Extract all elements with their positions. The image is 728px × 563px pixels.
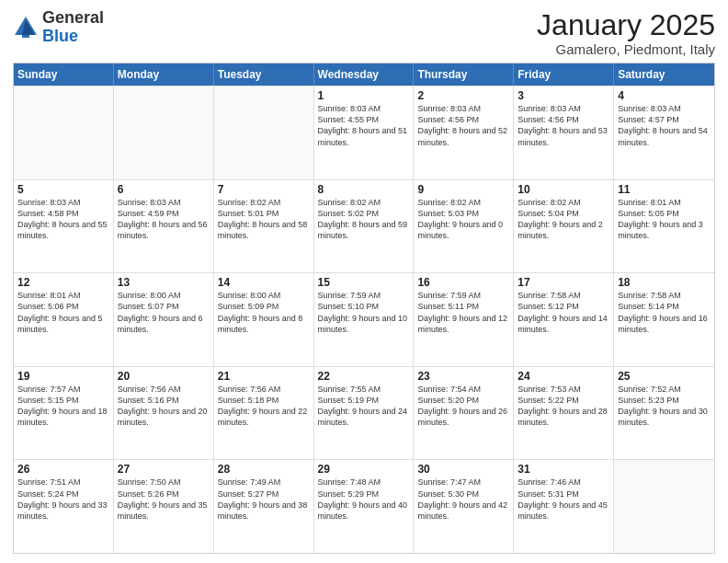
cell-w3-d1: 12Sunrise: 8:01 AM Sunset: 5:06 PM Dayli… [14, 273, 114, 366]
cell-w2-d6: 10Sunrise: 8:02 AM Sunset: 5:04 PM Dayli… [514, 180, 614, 273]
cell-w4-d7: 25Sunrise: 7:52 AM Sunset: 5:23 PM Dayli… [614, 367, 714, 460]
day-info: Sunrise: 8:02 AM Sunset: 5:02 PM Dayligh… [318, 197, 410, 242]
day-number: 21 [218, 370, 310, 383]
day-info: Sunrise: 8:00 AM Sunset: 5:09 PM Dayligh… [218, 290, 310, 335]
cell-w1-d4: 1Sunrise: 8:03 AM Sunset: 4:55 PM Daylig… [314, 86, 415, 179]
cell-w3-d6: 17Sunrise: 7:58 AM Sunset: 5:12 PM Dayli… [514, 273, 614, 366]
cell-w2-d3: 7Sunrise: 8:02 AM Sunset: 5:01 PM Daylig… [214, 180, 314, 273]
logo-text: General Blue [42, 9, 104, 46]
header-saturday: Saturday [614, 63, 714, 86]
header: General Blue January 2025 Gamalero, Pied… [13, 9, 715, 57]
header-thursday: Thursday [414, 63, 514, 86]
cell-w1-d2 [114, 86, 214, 179]
day-number: 16 [417, 276, 509, 289]
day-info: Sunrise: 8:01 AM Sunset: 5:06 PM Dayligh… [17, 290, 109, 335]
cell-w3-d2: 13Sunrise: 8:00 AM Sunset: 5:07 PM Dayli… [114, 273, 214, 366]
day-number: 15 [318, 276, 410, 289]
day-info: Sunrise: 7:57 AM Sunset: 5:15 PM Dayligh… [17, 384, 109, 429]
day-info: Sunrise: 7:53 AM Sunset: 5:22 PM Dayligh… [518, 384, 609, 429]
day-number: 8 [318, 183, 410, 196]
day-info: Sunrise: 7:56 AM Sunset: 5:16 PM Dayligh… [118, 384, 210, 429]
day-info: Sunrise: 7:51 AM Sunset: 5:24 PM Dayligh… [17, 477, 109, 522]
day-number: 4 [618, 89, 711, 102]
day-number: 23 [417, 370, 509, 383]
day-number: 1 [318, 89, 410, 102]
day-info: Sunrise: 8:03 AM Sunset: 4:56 PM Dayligh… [417, 103, 509, 148]
cell-w5-d6: 31Sunrise: 7:46 AM Sunset: 5:31 PM Dayli… [514, 460, 614, 553]
cell-w5-d4: 29Sunrise: 7:48 AM Sunset: 5:29 PM Dayli… [314, 460, 415, 553]
title-block: January 2025 Gamalero, Piedmont, Italy [537, 9, 715, 57]
week-3: 12Sunrise: 8:01 AM Sunset: 5:06 PM Dayli… [14, 272, 714, 366]
cell-w3-d7: 18Sunrise: 7:58 AM Sunset: 5:14 PM Dayli… [614, 273, 714, 366]
cell-w1-d7: 4Sunrise: 8:03 AM Sunset: 4:57 PM Daylig… [614, 86, 714, 179]
cell-w5-d5: 30Sunrise: 7:47 AM Sunset: 5:30 PM Dayli… [414, 460, 514, 553]
day-info: Sunrise: 8:02 AM Sunset: 5:01 PM Dayligh… [218, 197, 310, 242]
calendar-body: 1Sunrise: 8:03 AM Sunset: 4:55 PM Daylig… [14, 86, 714, 553]
day-info: Sunrise: 7:48 AM Sunset: 5:29 PM Dayligh… [318, 477, 410, 522]
calendar-title: January 2025 [537, 9, 715, 41]
day-number: 30 [417, 463, 509, 476]
cell-w5-d3: 28Sunrise: 7:49 AM Sunset: 5:27 PM Dayli… [214, 460, 314, 553]
day-number: 6 [118, 183, 210, 196]
day-info: Sunrise: 8:02 AM Sunset: 5:04 PM Dayligh… [518, 197, 609, 242]
day-number: 22 [318, 370, 410, 383]
day-info: Sunrise: 7:55 AM Sunset: 5:19 PM Dayligh… [318, 384, 410, 429]
day-info: Sunrise: 7:59 AM Sunset: 5:11 PM Dayligh… [417, 290, 509, 335]
week-4: 19Sunrise: 7:57 AM Sunset: 5:15 PM Dayli… [14, 366, 714, 460]
day-number: 12 [17, 276, 109, 289]
cell-w4-d4: 22Sunrise: 7:55 AM Sunset: 5:19 PM Dayli… [314, 367, 415, 460]
cell-w3-d4: 15Sunrise: 7:59 AM Sunset: 5:10 PM Dayli… [314, 273, 415, 366]
cell-w4-d3: 21Sunrise: 7:56 AM Sunset: 5:18 PM Dayli… [214, 367, 314, 460]
cell-w1-d6: 3Sunrise: 8:03 AM Sunset: 4:56 PM Daylig… [514, 86, 614, 179]
cell-w5-d2: 27Sunrise: 7:50 AM Sunset: 5:26 PM Dayli… [114, 460, 214, 553]
day-number: 25 [618, 370, 711, 383]
cell-w5-d7 [614, 460, 714, 553]
day-number: 17 [518, 276, 609, 289]
day-info: Sunrise: 8:02 AM Sunset: 5:03 PM Dayligh… [417, 197, 509, 242]
cell-w1-d3 [214, 86, 314, 179]
day-info: Sunrise: 7:46 AM Sunset: 5:31 PM Dayligh… [518, 477, 609, 522]
header-wednesday: Wednesday [314, 63, 415, 86]
cell-w4-d1: 19Sunrise: 7:57 AM Sunset: 5:15 PM Dayli… [14, 367, 114, 460]
day-number: 3 [518, 89, 609, 102]
day-info: Sunrise: 7:59 AM Sunset: 5:10 PM Dayligh… [318, 290, 410, 335]
cell-w2-d7: 11Sunrise: 8:01 AM Sunset: 5:05 PM Dayli… [614, 180, 714, 273]
calendar-subtitle: Gamalero, Piedmont, Italy [537, 41, 715, 57]
day-number: 19 [17, 370, 109, 383]
day-number: 7 [218, 183, 310, 196]
day-info: Sunrise: 7:52 AM Sunset: 5:23 PM Dayligh… [618, 384, 711, 429]
day-info: Sunrise: 7:54 AM Sunset: 5:20 PM Dayligh… [417, 384, 509, 429]
day-info: Sunrise: 8:00 AM Sunset: 5:07 PM Dayligh… [118, 290, 210, 335]
logo: General Blue [13, 9, 104, 46]
day-info: Sunrise: 7:49 AM Sunset: 5:27 PM Dayligh… [218, 477, 310, 522]
day-info: Sunrise: 7:58 AM Sunset: 5:14 PM Dayligh… [618, 290, 711, 335]
logo-general: General [42, 8, 104, 27]
day-number: 14 [218, 276, 310, 289]
day-info: Sunrise: 8:03 AM Sunset: 4:55 PM Dayligh… [318, 103, 410, 148]
day-number: 28 [218, 463, 310, 476]
svg-rect-2 [22, 35, 29, 38]
day-number: 26 [17, 463, 109, 476]
calendar-header: Sunday Monday Tuesday Wednesday Thursday… [14, 63, 714, 86]
day-info: Sunrise: 8:03 AM Sunset: 4:57 PM Dayligh… [618, 103, 711, 148]
day-info: Sunrise: 8:03 AM Sunset: 4:59 PM Dayligh… [118, 197, 210, 242]
day-info: Sunrise: 8:03 AM Sunset: 4:58 PM Dayligh… [17, 197, 109, 242]
day-number: 18 [618, 276, 711, 289]
cell-w4-d2: 20Sunrise: 7:56 AM Sunset: 5:16 PM Dayli… [114, 367, 214, 460]
week-1: 1Sunrise: 8:03 AM Sunset: 4:55 PM Daylig… [14, 86, 714, 179]
day-info: Sunrise: 8:01 AM Sunset: 5:05 PM Dayligh… [618, 197, 711, 242]
week-2: 5Sunrise: 8:03 AM Sunset: 4:58 PM Daylig… [14, 179, 714, 273]
logo-icon [13, 15, 39, 40]
day-info: Sunrise: 7:56 AM Sunset: 5:18 PM Dayligh… [218, 384, 310, 429]
day-info: Sunrise: 7:58 AM Sunset: 5:12 PM Dayligh… [518, 290, 609, 335]
day-info: Sunrise: 8:03 AM Sunset: 4:56 PM Dayligh… [518, 103, 609, 148]
week-5: 26Sunrise: 7:51 AM Sunset: 5:24 PM Dayli… [14, 459, 714, 553]
cell-w4-d6: 24Sunrise: 7:53 AM Sunset: 5:22 PM Dayli… [514, 367, 614, 460]
cell-w4-d5: 23Sunrise: 7:54 AM Sunset: 5:20 PM Dayli… [414, 367, 514, 460]
cell-w2-d1: 5Sunrise: 8:03 AM Sunset: 4:58 PM Daylig… [14, 180, 114, 273]
header-tuesday: Tuesday [214, 63, 314, 86]
cell-w3-d5: 16Sunrise: 7:59 AM Sunset: 5:11 PM Dayli… [414, 273, 514, 366]
day-number: 2 [417, 89, 509, 102]
cell-w2-d2: 6Sunrise: 8:03 AM Sunset: 4:59 PM Daylig… [114, 180, 214, 273]
cell-w5-d1: 26Sunrise: 7:51 AM Sunset: 5:24 PM Dayli… [14, 460, 114, 553]
